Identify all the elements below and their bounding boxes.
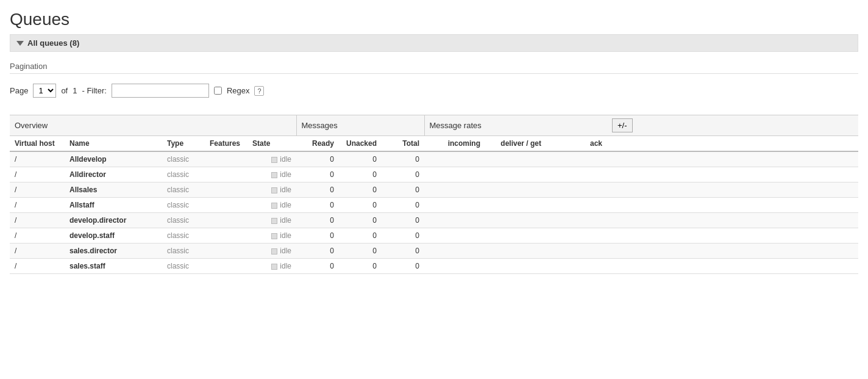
incoming-cell	[424, 213, 485, 228]
queue-name-link[interactable]: Allstaff	[69, 201, 94, 209]
features-cell	[205, 198, 247, 213]
unacked-cell: 0	[339, 167, 382, 182]
ack-cell	[546, 167, 607, 182]
overview-group-header: Overview	[10, 115, 296, 136]
vhost-cell: /	[10, 228, 65, 244]
help-icon[interactable]: ?	[254, 86, 264, 96]
table-row: / sales.staff classic idle 0 0 0	[10, 259, 858, 274]
features-cell	[205, 213, 247, 228]
ack-cell	[546, 259, 607, 274]
col-header-row: Virtual host Name Type Features State Re…	[10, 136, 858, 152]
ack-cell	[546, 198, 607, 213]
name-cell[interactable]: develop.director	[65, 213, 162, 228]
deliver-cell	[485, 151, 546, 167]
table-row: / Alldevelop classic idle 0 0 0	[10, 151, 858, 167]
name-cell[interactable]: Allstaff	[65, 198, 162, 213]
ready-cell: 0	[296, 213, 339, 228]
incoming-cell	[424, 244, 485, 259]
queue-name-link[interactable]: Allsales	[69, 186, 97, 194]
features-cell	[205, 182, 247, 198]
deliver-col-header: deliver / get	[485, 136, 546, 152]
type-col-header: Type	[162, 136, 205, 152]
group-header-row: Overview Messages Message rates +/-	[10, 115, 858, 136]
type-cell: classic	[162, 182, 205, 198]
name-cell[interactable]: Allsales	[65, 182, 162, 198]
all-queues-bar[interactable]: All queues (8)	[10, 34, 858, 52]
queue-name-link[interactable]: develop.staff	[69, 231, 115, 240]
collapse-icon	[16, 41, 24, 46]
incoming-cell	[424, 228, 485, 244]
ack-col-header: ack	[546, 136, 607, 152]
ack-cell	[546, 244, 607, 259]
regex-checkbox[interactable]	[214, 87, 222, 95]
ready-col-header: Ready	[296, 136, 339, 152]
filter-input[interactable]	[112, 84, 209, 98]
extra-cell	[607, 244, 858, 259]
state-cell: idle	[247, 244, 296, 259]
queue-name-link[interactable]: develop.director	[69, 216, 126, 225]
deliver-cell	[485, 198, 546, 213]
plus-minus-cell[interactable]: +/-	[607, 115, 858, 136]
total-cell: 0	[382, 259, 424, 274]
incoming-col-header: incoming	[424, 136, 485, 152]
queue-name-link[interactable]: Alldirector	[69, 170, 106, 179]
state-icon	[271, 157, 277, 163]
queue-name-link[interactable]: sales.staff	[69, 262, 105, 270]
features-cell	[205, 259, 247, 274]
name-cell[interactable]: Alldirector	[65, 167, 162, 182]
vhost-cell: /	[10, 259, 65, 274]
name-col-header: Name	[65, 136, 162, 152]
table-row: / develop.staff classic idle 0 0 0	[10, 228, 858, 244]
extra-cell	[607, 198, 858, 213]
ack-cell	[546, 182, 607, 198]
table-body: / Alldevelop classic idle 0 0 0 / Alldir…	[10, 151, 858, 274]
extra-cell	[607, 167, 858, 182]
deliver-cell	[485, 244, 546, 259]
deliver-cell	[485, 167, 546, 182]
page-select[interactable]: 1	[33, 84, 56, 98]
total-pages: 1	[73, 86, 77, 95]
queue-name-link[interactable]: Alldevelop	[69, 155, 107, 164]
incoming-cell	[424, 167, 485, 182]
table-row: / develop.director classic idle 0 0 0	[10, 213, 858, 228]
name-cell[interactable]: Alldevelop	[65, 151, 162, 167]
incoming-cell	[424, 151, 485, 167]
deliver-cell	[485, 182, 546, 198]
vhost-cell: /	[10, 167, 65, 182]
type-cell: classic	[162, 213, 205, 228]
extra-cell	[607, 213, 858, 228]
all-queues-label: All queues (8)	[27, 38, 79, 48]
total-cell: 0	[382, 167, 424, 182]
type-cell: classic	[162, 198, 205, 213]
vhost-cell: /	[10, 244, 65, 259]
table-row: / Allstaff classic idle 0 0 0	[10, 198, 858, 213]
unacked-cell: 0	[339, 244, 382, 259]
pagination-label: Pagination	[10, 62, 858, 74]
features-cell	[205, 228, 247, 244]
table-row: / Allsales classic idle 0 0 0	[10, 182, 858, 198]
name-cell[interactable]: sales.staff	[65, 259, 162, 274]
state-cell: idle	[247, 182, 296, 198]
name-cell[interactable]: sales.director	[65, 244, 162, 259]
type-cell: classic	[162, 151, 205, 167]
type-cell: classic	[162, 259, 205, 274]
queue-name-link[interactable]: sales.director	[69, 247, 117, 255]
state-cell: idle	[247, 151, 296, 167]
regex-label: Regex	[227, 86, 250, 95]
vhost-cell: /	[10, 151, 65, 167]
state-cell: idle	[247, 228, 296, 244]
plus-minus-button[interactable]: +/-	[612, 118, 633, 132]
features-col-header: Features	[205, 136, 247, 152]
state-col-header: State	[247, 136, 296, 152]
deliver-cell	[485, 259, 546, 274]
vhost-cell: /	[10, 182, 65, 198]
ready-cell: 0	[296, 198, 339, 213]
name-cell[interactable]: develop.staff	[65, 228, 162, 244]
unacked-col-header: Unacked	[339, 136, 382, 152]
incoming-cell	[424, 198, 485, 213]
total-cell: 0	[382, 182, 424, 198]
features-cell	[205, 167, 247, 182]
page-label: Page	[10, 86, 28, 95]
type-cell: classic	[162, 167, 205, 182]
state-icon	[271, 203, 277, 209]
